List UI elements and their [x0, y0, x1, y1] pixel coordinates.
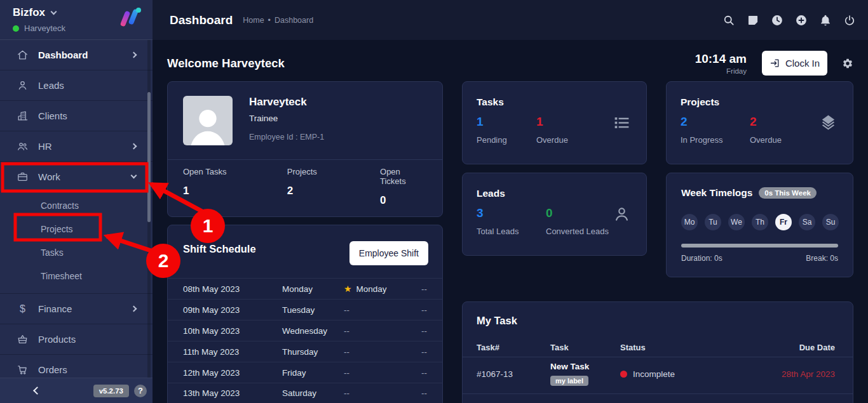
day-chip-we[interactable]: We — [728, 214, 745, 230]
avatar-person-icon — [183, 101, 233, 145]
timelog-progress-bar — [681, 244, 838, 248]
shift-row: 08th May 2023 Monday ★Monday -- — [168, 278, 442, 299]
timelog-break: Break: 0s — [806, 254, 838, 263]
version-badge: v5.2.73 — [93, 385, 129, 397]
dollar-icon: $ — [17, 303, 29, 315]
my-task-card: My Task Task# Task Status Due Date #1067… — [462, 301, 853, 403]
gear-icon[interactable] — [842, 58, 853, 69]
day-chip-fr-active[interactable]: Fr — [775, 214, 792, 230]
metric-label: Converted Leads — [546, 227, 615, 236]
briefcase-icon — [17, 171, 29, 183]
projects-card: Projects 2 In Progress 2 Overdue — [666, 81, 853, 164]
week-days: Mo Tu We Th Fr Sa Su — [681, 214, 839, 230]
stat-label: Open Tickets — [380, 167, 427, 186]
tasks-card-title: Tasks — [477, 96, 504, 108]
day-chip-sa[interactable]: Sa — [799, 214, 815, 230]
sidebar-footer: v5.2.73 ? — [0, 378, 153, 403]
metric-label: Total Leads — [477, 227, 546, 236]
week-timelogs-card: Week Timelogs 0s This Week Mo Tu We Th F… — [666, 173, 853, 277]
day-value: Friday — [695, 67, 747, 75]
sidebar-item-finance[interactable]: $ Finance — [0, 294, 153, 324]
shift-day: Thursday — [282, 347, 344, 357]
sidebar-header: Bizfox Harveyteck — [0, 0, 153, 40]
shift-value: -- — [344, 326, 408, 336]
sidebar-item-dashboard[interactable]: Dashboard — [0, 40, 153, 70]
col-due-date: Due Date — [759, 343, 835, 352]
shift-date: 10th May 2023 — [183, 326, 282, 336]
stat-label: Open Tasks — [183, 167, 287, 176]
sidebar-item-tasks[interactable]: Tasks — [0, 241, 153, 264]
day-chip-th[interactable]: Th — [752, 214, 768, 230]
sidebar-item-label: Finance — [38, 303, 72, 314]
sidebar-item-projects[interactable]: Projects — [0, 217, 153, 241]
shift-note: -- — [408, 368, 427, 378]
sidebar-item-work[interactable]: Work — [0, 162, 153, 192]
clock-icon[interactable] — [771, 14, 783, 27]
sidebar-scrollbar-thumb[interactable] — [147, 92, 151, 222]
metric-in-progress: 2 In Progress — [681, 115, 750, 145]
sidebar-item-label: Clients — [38, 110, 67, 121]
leads-card-title: Leads — [477, 188, 505, 199]
sidebar-item-label: Work — [38, 171, 60, 182]
day-chip-tu[interactable]: Tu — [705, 214, 721, 230]
shift-day: Friday — [282, 368, 344, 378]
shift-value: -- — [344, 368, 408, 378]
my-task-header: Task# Task Status Due Date — [463, 338, 853, 357]
profile-card: Harveyteck Trainee Employee Id : EMP-1 O… — [167, 81, 443, 217]
note-icon[interactable] — [747, 14, 759, 27]
plus-circle-icon[interactable] — [795, 14, 808, 27]
collapse-sidebar-icon[interactable] — [33, 386, 41, 395]
home-icon — [17, 49, 29, 61]
sidebar-item-label: Dashboard — [38, 50, 88, 60]
help-icon[interactable]: ? — [134, 385, 147, 397]
task-label-badge: my label — [550, 376, 588, 386]
stat-open-tickets: Open Tickets 0 — [380, 167, 427, 207]
shift-day: Monday — [282, 284, 344, 294]
col-status: Status — [620, 343, 759, 352]
basket-icon — [17, 333, 29, 345]
sidebar-item-label: HR — [38, 141, 52, 152]
power-icon[interactable] — [843, 14, 856, 27]
clock-in-label: Clock In — [785, 58, 820, 69]
time-value: 10:14 am — [695, 52, 747, 66]
projects-card-title: Projects — [681, 96, 719, 108]
shift-schedule-card: Shift Schedule Employee Shift 08th May 2… — [167, 225, 443, 403]
shift-date: 09th May 2023 — [183, 305, 282, 315]
clock-in-button[interactable]: Clock In — [762, 51, 827, 76]
search-icon[interactable] — [722, 14, 735, 27]
breadcrumb: Home • Dashboard — [243, 16, 313, 25]
metric-label: In Progress — [681, 135, 750, 145]
shift-row: 10th May 2023 Wednesday -- -- — [168, 320, 442, 341]
metric-value: 3 — [477, 206, 546, 220]
breadcrumb-home[interactable]: Home — [243, 16, 264, 25]
sidebar-item-label: Orders — [38, 364, 67, 375]
shift-value: -- — [344, 305, 408, 315]
bell-icon[interactable] — [819, 14, 832, 27]
week-total-badge: 0s This Week — [759, 187, 817, 199]
sidebar-item-leads[interactable]: Leads — [0, 70, 153, 101]
metric-value: 1 — [536, 115, 596, 129]
day-chip-su[interactable]: Su — [822, 214, 839, 230]
cart-icon — [17, 364, 29, 376]
sidebar-item-products[interactable]: Products — [0, 324, 153, 355]
metric-value: 0 — [546, 206, 615, 220]
layers-icon — [819, 114, 837, 132]
employee-shift-button[interactable]: Employee Shift — [349, 241, 428, 265]
sidebar-item-clients[interactable]: Clients — [0, 101, 153, 131]
day-chip-mo[interactable]: Mo — [681, 214, 698, 230]
shift-row: 11th May 2023 Thursday -- -- — [168, 341, 442, 362]
avatar — [183, 96, 233, 145]
shift-date: 11th May 2023 — [183, 347, 282, 357]
sidebar-item-contracts[interactable]: Contracts — [0, 194, 153, 217]
sidebar-item-timesheet[interactable]: Timesheet — [0, 264, 153, 287]
profile-role: Trainee — [249, 114, 278, 123]
person-icon — [613, 205, 631, 223]
sidebar-item-label: Products — [38, 334, 76, 345]
tasks-card: Tasks 1 Pending 1 Overdue — [462, 81, 647, 164]
star-icon: ★ — [344, 284, 352, 293]
person-icon — [17, 79, 29, 91]
shift-note: -- — [408, 284, 427, 294]
shift-note: -- — [408, 305, 427, 315]
sidebar-subitem-label: Contracts — [41, 201, 79, 211]
sidebar-item-hr[interactable]: HR — [0, 131, 153, 162]
